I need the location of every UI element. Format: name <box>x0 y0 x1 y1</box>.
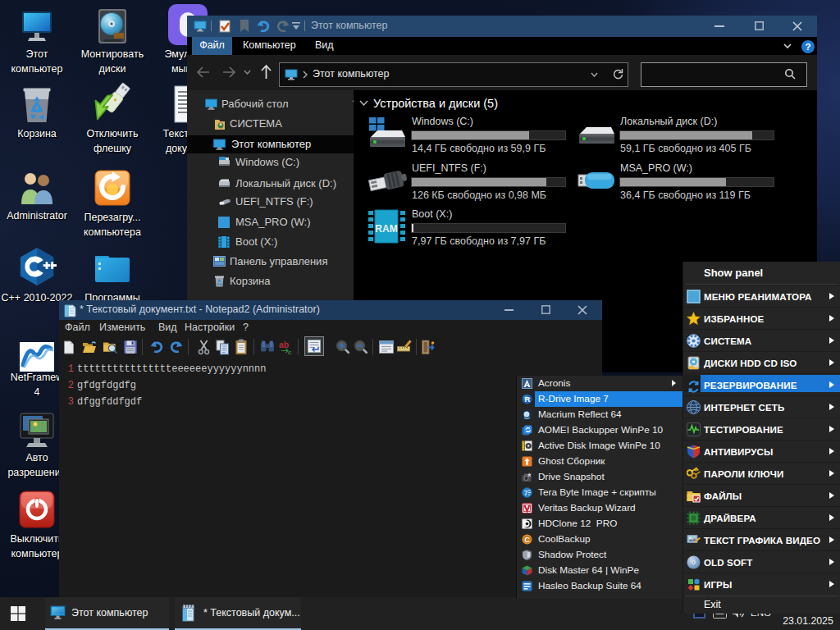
svg-text:7: 7 <box>524 489 528 497</box>
svg-text:R: R <box>525 395 531 404</box>
svg-text:RAM: RAM <box>375 223 397 235</box>
svg-text:c: c <box>288 349 292 355</box>
svg-text:C: C <box>524 536 530 544</box>
